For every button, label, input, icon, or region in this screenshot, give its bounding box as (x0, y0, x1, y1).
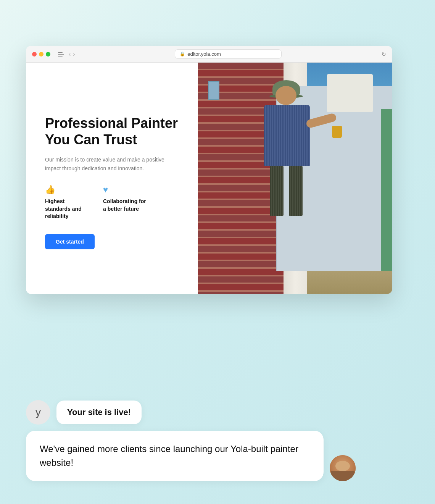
left-panel: Professional Painter You Can Trust Our m… (26, 63, 198, 294)
shirt (264, 105, 310, 166)
features-row: 👍 Highest standards and reliability ♥ Co… (45, 185, 179, 220)
feature-item-1: 👍 Highest standards and reliability (45, 185, 91, 220)
minimize-button[interactable] (39, 52, 44, 57)
yola-avatar: y (26, 400, 50, 425)
url-text: editor.yola.com (187, 51, 221, 57)
painter-figure (253, 86, 329, 271)
browser-window: ‹ › 🔒 editor.yola.com ↻ Professional Pai… (26, 46, 392, 294)
foliage (381, 109, 392, 271)
left-leg (270, 166, 284, 216)
chat-row-1: y Your site is live! (26, 400, 409, 425)
legs (270, 166, 303, 216)
thumbs-up-icon: 👍 (45, 185, 91, 195)
close-button[interactable] (32, 52, 37, 57)
chat-bubble-testimonial: We've gained more clients since launchin… (26, 431, 324, 481)
nav-arrows: ‹ › (69, 51, 75, 58)
maximize-button[interactable] (46, 52, 50, 57)
user-avatar (330, 455, 356, 481)
feature-item-2: ♥ Collaborating for a better future (103, 185, 149, 220)
address-bar[interactable]: 🔒 editor.yola.com (175, 49, 282, 59)
feature2-text: Collaborating for a better future (103, 198, 149, 213)
tarp (327, 74, 373, 112)
painter-photo (198, 63, 392, 294)
hero-title: Professional Painter You Can Trust (45, 115, 179, 148)
hero-subtitle: Our mission is to create value and make … (45, 155, 179, 173)
address-bar-wrapper: 🔒 editor.yola.com (80, 49, 377, 59)
heart-icon: ♥ (103, 185, 149, 195)
chat-section: y Your site is live! We've gained more c… (26, 400, 409, 481)
lock-icon: 🔒 (180, 52, 185, 57)
back-button[interactable]: ‹ (69, 51, 71, 58)
head (276, 86, 296, 105)
browser-content: Professional Painter You Can Trust Our m… (26, 63, 392, 294)
forward-button[interactable]: › (73, 51, 75, 58)
browser-titlebar: ‹ › 🔒 editor.yola.com ↻ (26, 46, 392, 63)
refresh-button[interactable]: ↻ (382, 51, 386, 57)
chat-bubble-site-live: Your site is live! (56, 401, 142, 424)
window (208, 81, 219, 100)
right-leg (289, 166, 303, 216)
hero-image-panel (198, 63, 392, 294)
yola-initial: y (35, 406, 41, 418)
paint-bucket (332, 126, 342, 138)
sidebar-toggle-button[interactable] (58, 52, 64, 57)
feature1-text: Highest standards and reliability (45, 198, 91, 220)
chat-row-2: We've gained more clients since launchin… (26, 431, 409, 481)
get-started-button[interactable]: Get started (45, 234, 95, 249)
user-face (330, 455, 356, 481)
traffic-lights (32, 52, 50, 57)
